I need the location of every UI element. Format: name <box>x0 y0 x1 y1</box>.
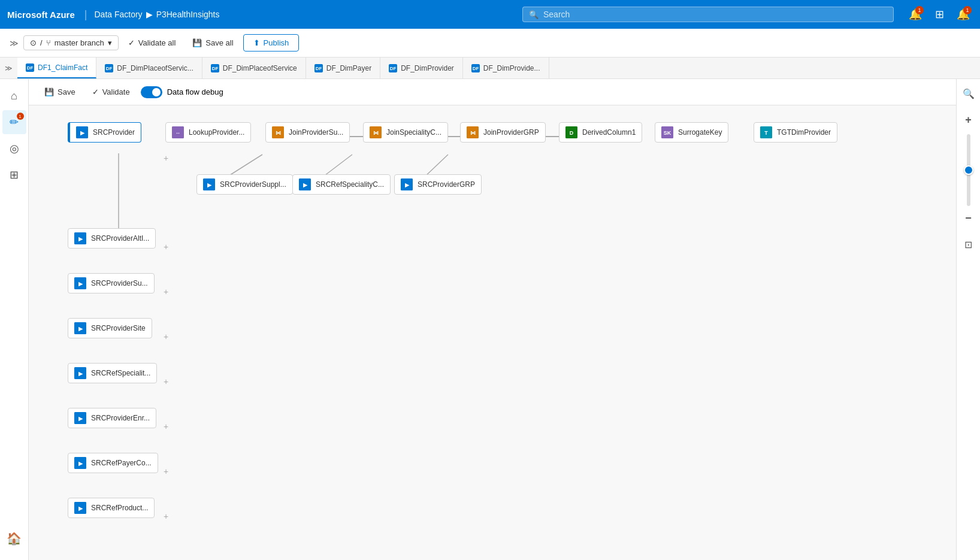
fit-view-button[interactable]: ⊡ <box>959 235 978 254</box>
node-srcprovidersite[interactable]: ▶ SRCProviderSite <box>68 318 152 338</box>
alerts-badge: 1 <box>963 6 972 14</box>
svg-text:▶: ▶ <box>78 416 83 422</box>
node-tgtdimprovider[interactable]: T TGTDimProvider <box>754 122 837 143</box>
product-name[interactable]: Data Factory <box>94 10 142 19</box>
node-srcprovidersupp[interactable]: ▶ SRCProviderSuppl... <box>196 174 293 195</box>
svg-text:DF: DF <box>27 65 34 71</box>
tab-df1-claimfact[interactable]: DF DF1_ClaimFact <box>17 57 96 78</box>
sidebar-author-button[interactable]: ✏ 1 <box>2 110 26 134</box>
save-button[interactable]: 💾 Save <box>38 84 81 100</box>
joinprovidergrp-icon: ⋈ <box>467 126 479 138</box>
node-joinspecialityc[interactable]: ⋈ JoinSpecialityC... <box>363 122 448 143</box>
canvas-search-button[interactable]: 🔍 <box>959 84 978 103</box>
validate-button[interactable]: ✓ Validate <box>86 84 136 100</box>
node-joinprovidersu[interactable]: ⋈ JoinProviderSu... <box>265 122 350 143</box>
lookupprovider-icon: ↔ <box>172 126 184 138</box>
sidebar-home-button[interactable]: ⌂ <box>2 84 26 108</box>
svg-text:DF: DF <box>472 66 479 71</box>
notifications-button[interactable]: 🔔 1 <box>906 5 925 24</box>
alerts-button[interactable]: 🔔 1 <box>954 5 973 24</box>
node-derivedcolumn1[interactable]: D DerivedColumn1 <box>559 122 642 143</box>
svg-text:▶: ▶ <box>78 236 83 242</box>
srcrefspecialityc-label: SRCRefSpecialityC... <box>316 180 384 189</box>
sidebar-manage-button[interactable]: ⊞ <box>2 163 26 187</box>
search-box[interactable]: 🔍 <box>522 7 894 22</box>
node-srcproviderenr[interactable]: ▶ SRCProviderEnr... <box>68 408 156 428</box>
git-icon: ⊙ <box>30 38 37 47</box>
branch-selector[interactable]: ⊙ / ⑂ master branch ▾ <box>23 35 119 50</box>
svg-text:⋈: ⋈ <box>373 130 379 136</box>
svg-text:▶: ▶ <box>78 461 83 467</box>
home-icon: ⌂ <box>11 90 17 102</box>
zoom-controls: + − <box>959 110 978 228</box>
search-input[interactable] <box>543 10 887 19</box>
zoom-slider-container <box>967 134 970 206</box>
zoom-out-button[interactable]: − <box>959 208 978 228</box>
srcrefspecialityc-icon: ▶ <box>299 178 311 190</box>
surrogatekey-label: SurrogateKey <box>678 128 722 137</box>
tab-df-dimprovide-last[interactable]: DF DF_DimProvide... <box>463 57 549 78</box>
tab-df-dimprovider-icon: DF <box>389 64 397 72</box>
sidebar-building-button[interactable]: 🏠 <box>2 526 26 550</box>
node-srcrefspecialit[interactable]: ▶ SRCRefSpecialit... <box>68 363 157 383</box>
fit-view-icon: ⊡ <box>964 239 972 250</box>
srcrefproduct-plus[interactable]: + <box>164 511 168 521</box>
debug-toggle[interactable] <box>141 86 162 98</box>
node-srcrefproduct[interactable]: ▶ SRCRefProduct... <box>68 498 155 518</box>
tab-df-dimplaceofservic[interactable]: DF DF_DimPlaceofServic... <box>96 57 202 78</box>
svg-text:DF: DF <box>211 66 218 71</box>
author-badge: 1 <box>17 113 24 120</box>
node-srcprovider[interactable]: ▶ SRCProvider <box>68 122 141 143</box>
project-name[interactable]: P3HealthInsights <box>156 10 220 19</box>
tab-df-dimplaceofservic-icon: DF <box>105 64 113 72</box>
srcrefspecialit-plus[interactable]: + <box>164 377 168 386</box>
breadcrumb-arrow: ▶ <box>146 10 153 19</box>
tab-df1-claimfact-icon: DF <box>26 63 34 72</box>
srcrefpayerco-plus[interactable]: + <box>164 467 168 476</box>
validate-icon: ✓ <box>128 38 135 47</box>
joinprovidersu-label: JoinProviderSu... <box>289 128 343 137</box>
top-navbar: Microsoft Azure | Data Factory ▶ P3Healt… <box>0 0 980 29</box>
node-surrogatekey[interactable]: SK SurrogateKey <box>655 122 728 143</box>
node-srcrefspecialityc[interactable]: ▶ SRCRefSpecialityC... <box>292 174 391 195</box>
tab-df-dimplaceofservice[interactable]: DF DF_DimPlaceofService <box>202 57 306 78</box>
srcprovidersite-plus[interactable]: + <box>164 332 168 341</box>
layout-button[interactable]: ⊞ <box>930 5 949 24</box>
srcprovider-plus[interactable]: + <box>164 153 168 163</box>
joinspecialityc-label: JoinSpecialityC... <box>386 128 441 137</box>
srcprovidersupp-label: SRCProviderSuppl... <box>220 180 286 189</box>
left-sidebar: ⌂ ✏ 1 ◎ ⊞ 🏠 <box>0 79 29 560</box>
srcprovideraltid-plus[interactable]: + <box>164 242 168 252</box>
toggle-slider <box>141 86 162 98</box>
srcproviderenr-plus[interactable]: + <box>164 422 168 431</box>
validate-all-button[interactable]: ✓ Validate all <box>121 35 183 51</box>
srcrefpayerco-label: SRCRefPayerCo... <box>91 459 152 467</box>
tabs-bar: ≫ DF DF1_ClaimFact DF DF_DimPlaceofServi… <box>0 57 980 79</box>
svg-text:▶: ▶ <box>405 182 410 188</box>
publish-button[interactable]: ⬆ Publish <box>243 34 300 52</box>
svg-text:DF: DF <box>390 66 397 71</box>
tabs-expand-button[interactable]: ≫ <box>0 64 17 72</box>
save-all-button[interactable]: 💾 Save all <box>185 35 240 51</box>
srcprovidersu-plus[interactable]: + <box>164 287 168 296</box>
flow-canvas[interactable]: ▶ SRCProvider ↔ LookupProvider... ⋈ Join… <box>29 105 956 560</box>
node-srcprovideraltid[interactable]: ▶ SRCProviderAltI... <box>68 228 156 249</box>
sidebar-monitor-button[interactable]: ◎ <box>2 137 26 161</box>
srcrefproduct-label: SRCRefProduct... <box>91 504 148 512</box>
node-srcrefpayerco[interactable]: ▶ SRCRefPayerCo... <box>68 453 158 473</box>
node-lookupprovider[interactable]: ↔ LookupProvider... <box>165 122 251 143</box>
zoom-slider[interactable] <box>967 134 970 206</box>
svg-text:DF: DF <box>106 66 113 71</box>
node-joinprovidergrp[interactable]: ⋈ JoinProviderGRP <box>460 122 546 143</box>
zoom-in-button[interactable]: + <box>959 110 978 129</box>
tab-df-dimprovider[interactable]: DF DF_DimProvider <box>380 57 463 78</box>
app-logo: Microsoft Azure <box>7 10 75 20</box>
srcprovidersite-label: SRCProviderSite <box>91 324 146 332</box>
expand-button[interactable]: ≫ <box>7 36 21 50</box>
canvas-search-icon: 🔍 <box>963 88 975 99</box>
tab-df-dimpayer[interactable]: DF DF_DimPayer <box>306 57 380 78</box>
joinspecialityc-icon: ⋈ <box>370 126 382 138</box>
node-srcprovidersu[interactable]: ▶ SRCProviderSu... <box>68 273 155 293</box>
node-srcprovidergrp[interactable]: ▶ SRCProviderGRP <box>394 174 482 195</box>
debug-label: Data flow debug <box>167 87 223 96</box>
